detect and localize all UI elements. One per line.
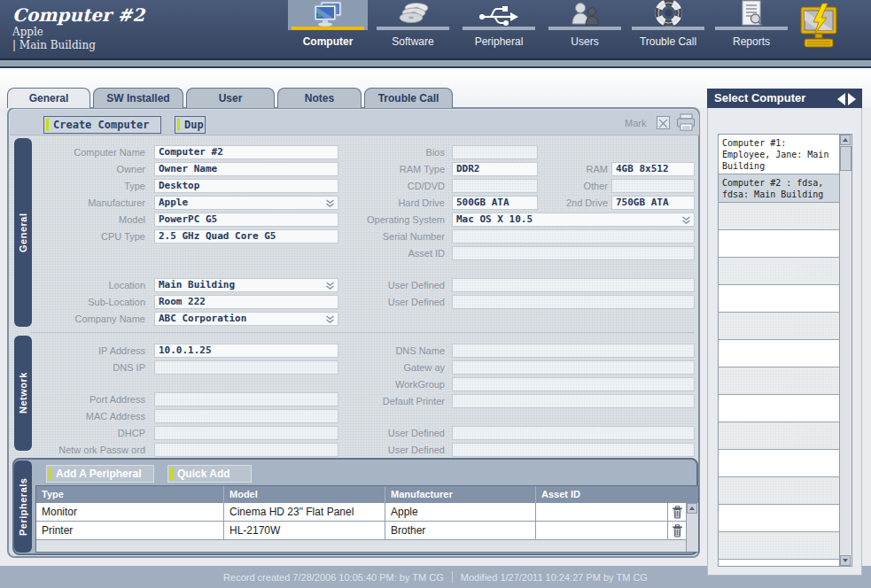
nav-underline	[463, 27, 535, 30]
checkbox-x-icon	[657, 118, 669, 129]
port-address-field[interactable]	[154, 392, 338, 406]
asset-id-field[interactable]	[452, 246, 695, 260]
life-ring-icon	[655, 0, 682, 27]
computer-name-field[interactable]: Computer #2	[154, 145, 338, 159]
company-name-label: Company Name	[27, 312, 145, 326]
delete-peripheral-button[interactable]	[668, 522, 687, 539]
sub-location-field[interactable]: Room 222	[154, 295, 338, 309]
mark-checkbox[interactable]	[657, 116, 670, 129]
bios-field[interactable]	[452, 145, 538, 159]
computer-list-scrollbar[interactable]	[839, 135, 852, 566]
asset-id-label: Asset ID	[346, 246, 445, 260]
computer-list-item-selected[interactable]: Computer #2 : fdsa, fdsa: Main Building	[719, 174, 841, 203]
nav-users-label: Users	[545, 35, 625, 48]
add-peripheral-button[interactable]: Add A Peripheral	[46, 465, 154, 483]
mark-label: Mark	[625, 118, 646, 128]
record-modified-text: Modified 1/27/2011 10:24:27 PM by TM CG	[461, 572, 648, 583]
record-created-text: Record created 7/28/2006 10:05:40 PM: by…	[223, 572, 444, 583]
computer-list-item[interactable]: Computer #1: Employee, Jane: Main Buildi…	[719, 135, 841, 174]
ip-address-field[interactable]: 10.0.1.25	[154, 344, 338, 358]
peripheral-row[interactable]: Printer HL-2170W Brother	[36, 522, 698, 540]
computer-name-label: Computer Name	[27, 145, 145, 159]
nav-peripheral[interactable]: Peripheral	[459, 0, 539, 55]
tab-trouble-call[interactable]: Trouble Call	[364, 88, 453, 108]
ram-type-field[interactable]: DDR2	[452, 162, 538, 176]
cpu-type-field[interactable]: 2.5 GHz Quad Core G5	[154, 229, 338, 244]
cd-dvd-field[interactable]	[452, 179, 538, 193]
tab-sw-installed[interactable]: SW Installed	[93, 88, 183, 108]
empty-list-row	[719, 532, 841, 560]
empty-list-row	[719, 285, 841, 313]
chevron-down-icon	[325, 282, 335, 290]
type-field[interactable]: Desktop	[154, 179, 338, 193]
hard-drive-field[interactable]: 500GB ATA	[452, 196, 538, 210]
ram-field[interactable]: 4GB 8x512	[611, 162, 695, 176]
print-button[interactable]	[675, 113, 696, 135]
empty-list-row	[719, 422, 841, 450]
owner-label: Owner	[27, 162, 145, 176]
nav-users[interactable]: Users	[545, 0, 625, 55]
user-defined-1-field[interactable]	[452, 278, 695, 292]
serial-number-field[interactable]	[452, 229, 695, 244]
scroll-down-button[interactable]	[840, 555, 851, 566]
create-computer-button[interactable]: Create Computer	[43, 116, 161, 134]
user-defined-2-field[interactable]	[452, 295, 695, 309]
record-nav-arrows[interactable]	[836, 92, 858, 112]
column-header-manufacturer[interactable]: Manufacturer	[385, 486, 536, 503]
workgroup-field[interactable]	[452, 377, 695, 391]
manufacturer-dropdown[interactable]: Apple	[154, 196, 338, 210]
second-drive-field[interactable]: 750GB ATA	[611, 196, 695, 210]
type-label: Type	[27, 179, 145, 193]
scroll-up-button[interactable]	[840, 135, 851, 145]
operating-system-dropdown[interactable]: Mac OS X 10.5	[452, 213, 695, 227]
dup-label: Dup	[184, 119, 204, 131]
nav-trouble-call-label: Trouble Call	[628, 35, 708, 48]
peripherals-scrollbar[interactable]	[686, 503, 698, 552]
model-field[interactable]: PowerPC G5	[154, 213, 338, 227]
column-header-model[interactable]: Model	[224, 486, 385, 503]
location-label: Location	[27, 278, 145, 292]
net-user-defined-2-label: User Defined	[346, 443, 445, 457]
nav-computer[interactable]: Computer	[288, 0, 368, 55]
dns-name-field[interactable]	[452, 344, 695, 358]
dhcp-field[interactable]	[154, 426, 338, 440]
other-field[interactable]	[611, 179, 695, 193]
owner-field[interactable]: Owner Name	[154, 162, 338, 176]
port-address-label: Port Address	[27, 392, 145, 406]
cd-dvd-label: CD/DVD	[346, 179, 445, 193]
scroll-up-button[interactable]	[687, 503, 697, 514]
tab-user[interactable]: User	[186, 88, 275, 108]
nav-reports[interactable]: Reports	[712, 0, 791, 55]
location-dropdown[interactable]: Main Building	[154, 278, 338, 292]
peripheral-row[interactable]: Monitor Cinema HD 23" Flat Panel Apple	[36, 503, 698, 522]
nav-peripheral-label: Peripheral	[459, 35, 539, 48]
default-printer-field[interactable]	[452, 394, 695, 408]
other-label: Other	[533, 179, 608, 193]
dns-ip-label: DNS IP	[27, 360, 145, 375]
network-password-field[interactable]	[154, 443, 338, 457]
scrollbar-thumb[interactable]	[840, 146, 852, 171]
nav-trouble-call[interactable]: Trouble Call	[628, 0, 708, 55]
mac-address-field[interactable]	[154, 409, 338, 423]
quick-add-button[interactable]: Quick Add	[167, 465, 252, 483]
dup-button[interactable]: Dup	[175, 116, 206, 134]
nav-flash-computer[interactable]	[797, 3, 841, 54]
tab-general[interactable]: General	[7, 88, 90, 108]
net-user-defined-1-field[interactable]	[452, 426, 695, 440]
header-divider-band	[0, 58, 871, 68]
ip-address-label: IP Address	[27, 344, 145, 358]
column-header-asset-id[interactable]: Asset ID	[536, 486, 668, 503]
delete-peripheral-button[interactable]	[668, 503, 687, 521]
empty-list-row	[719, 368, 841, 395]
tab-notes[interactable]: Notes	[277, 88, 362, 108]
dns-ip-field[interactable]	[154, 360, 338, 375]
empty-list-row	[719, 313, 841, 340]
company-name-dropdown[interactable]: ABC Corporation	[154, 312, 338, 326]
section-rail-general: General	[14, 138, 32, 327]
gateway-field[interactable]	[452, 360, 695, 375]
nav-software[interactable]: Software	[373, 0, 453, 55]
column-header-type[interactable]: Type	[36, 486, 224, 503]
empty-list-row	[719, 477, 841, 505]
workgroup-label: WorkGroup	[346, 377, 445, 391]
net-user-defined-2-field[interactable]	[452, 443, 695, 457]
